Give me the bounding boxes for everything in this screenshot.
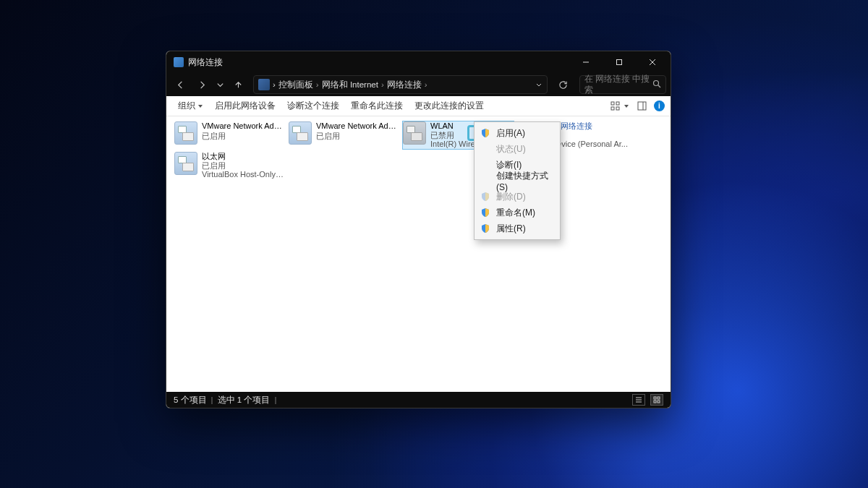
close-button[interactable] — [636, 51, 669, 73]
svg-rect-0 — [617, 60, 622, 65]
cmd-diagnose[interactable]: 诊断这个连接 — [281, 100, 345, 111]
search-icon — [652, 80, 661, 90]
status-item-count: 5 个项目 — [174, 395, 207, 406]
search-input[interactable]: 在 网络连接 中搜索 — [579, 75, 666, 94]
shield-icon — [480, 207, 490, 218]
search-placeholder: 在 网络连接 中搜索 — [584, 74, 652, 95]
shield-icon — [480, 128, 490, 138]
cmd-enable-device[interactable]: 启用此网络设备 — [209, 100, 281, 111]
cmd-change-settings[interactable]: 更改此连接的设置 — [409, 100, 490, 111]
context-menu: 启用(A) 状态(U) 诊断(I) 创建快捷方式(S) 删除(D) 重命名( — [474, 121, 561, 240]
app-icon — [174, 57, 184, 67]
svg-rect-5 — [616, 107, 619, 110]
svg-rect-8 — [654, 397, 656, 399]
shield-icon — [480, 192, 490, 202]
status-bar: 5 个项目 | 选中 1 个项目 | — [166, 392, 671, 408]
help-button[interactable]: i — [654, 100, 665, 111]
back-button[interactable] — [171, 75, 190, 94]
chevron-down-icon[interactable] — [535, 81, 542, 88]
titlebar[interactable]: 网络连接 — [166, 51, 671, 73]
navigation-bar: › 控制面板› 网络和 Internet› 网络连接› 在 网络连接 中搜索 — [166, 73, 671, 96]
view-mode-button[interactable] — [607, 98, 629, 114]
address-bar[interactable]: › 控制面板› 网络和 Internet› 网络连接› — [253, 75, 548, 94]
forward-button[interactable] — [192, 75, 211, 94]
breadcrumb-item[interactable]: 网络连接› — [387, 80, 427, 90]
network-adapter-icon — [403, 121, 426, 145]
content-area[interactable]: VMware Network Adapter VMnet1 已启用 VMware… — [166, 116, 671, 392]
command-bar: 组织 启用此网络设备 诊断这个连接 重命名此连接 更改此连接的设置 i — [166, 96, 671, 116]
icons-view-button[interactable] — [650, 394, 663, 406]
up-button[interactable] — [229, 75, 247, 94]
menu-delete: 删除(D) — [476, 189, 558, 205]
menu-status: 状态(U) — [476, 141, 558, 157]
menu-enable[interactable]: 启用(A) — [476, 125, 558, 141]
network-adapter-icon — [174, 121, 197, 145]
status-selected-count: 选中 1 个项目 — [218, 395, 271, 406]
menu-create-shortcut[interactable]: 创建快捷方式(S) — [476, 173, 558, 189]
breadcrumb-item[interactable]: 控制面板› — [278, 80, 319, 90]
details-view-button[interactable] — [632, 394, 645, 406]
organize-menu[interactable]: 组织 — [172, 100, 209, 111]
network-adapter-icon — [174, 152, 197, 175]
svg-rect-2 — [611, 102, 614, 105]
network-connections-window: 网络连接 — [166, 51, 671, 408]
desktop-wallpaper: 网络连接 — [0, 0, 868, 488]
maximize-button[interactable] — [603, 51, 636, 73]
adapter-item-vmnet8[interactable]: VMware Network Adapter VMnet8 已启用 — [288, 121, 400, 150]
svg-rect-4 — [611, 107, 614, 110]
shield-icon — [480, 223, 490, 234]
network-adapter-icon — [289, 121, 312, 145]
svg-rect-6 — [638, 102, 646, 110]
menu-rename[interactable]: 重命名(M) — [476, 205, 558, 221]
menu-properties[interactable]: 属性(R) — [476, 221, 558, 236]
preview-pane-button[interactable] — [634, 98, 650, 114]
window-title: 网络连接 — [188, 56, 223, 69]
svg-rect-10 — [654, 401, 656, 403]
minimize-button[interactable] — [569, 51, 603, 73]
refresh-button[interactable] — [553, 75, 572, 94]
adapter-item-vmnet1[interactable]: VMware Network Adapter VMnet1 已启用 — [174, 121, 286, 150]
svg-point-1 — [654, 81, 659, 86]
cmd-rename[interactable]: 重命名此连接 — [345, 100, 409, 111]
breadcrumb-item[interactable]: 网络和 Internet› — [322, 80, 384, 90]
svg-rect-3 — [616, 102, 619, 105]
svg-rect-9 — [658, 397, 660, 399]
adapter-item-ethernet[interactable]: 以太网 已启用 VirtualBox Host-Only Ethernet ..… — [174, 151, 286, 180]
svg-rect-11 — [658, 401, 660, 403]
recent-dropdown[interactable] — [214, 75, 226, 94]
location-icon — [258, 79, 270, 90]
